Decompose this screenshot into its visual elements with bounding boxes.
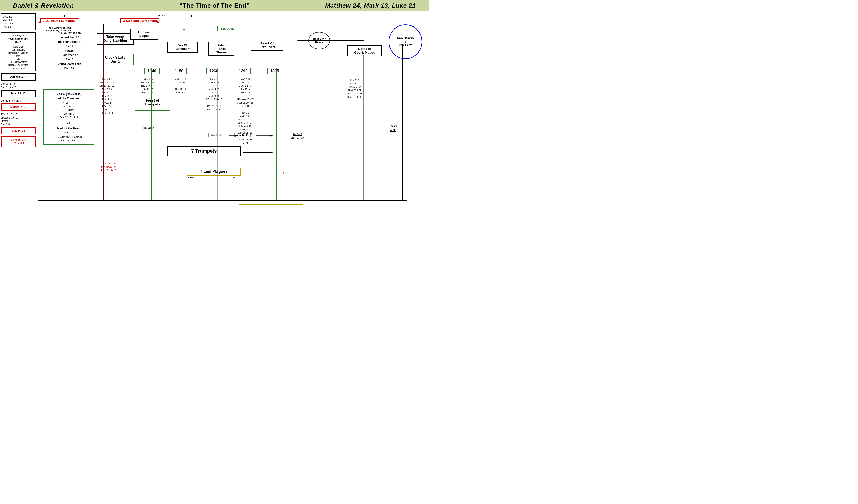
parallel-label: Parallel xyxy=(46,49,93,53)
col1-refs: Dan 9: 27 Dan 8: 11 - 12 Dan 11: 30 - 32… xyxy=(99,78,114,115)
dan712-box: Dan 7: 12 xyxy=(208,133,223,137)
page-header: Daniel & Revelation “The Time of The End… xyxy=(0,0,429,11)
dan725-label: Dan 7:25 xyxy=(46,131,92,134)
satan-throne-box: Satan Takes Throne xyxy=(208,42,235,56)
judgment-begins-box: Judgment Begins xyxy=(130,29,158,39)
sidebar-matt-label: Matt 24: 4 - 6 xyxy=(11,105,26,109)
loosed-label: Loosed Rev. 7:1 xyxy=(46,35,93,39)
sidebar-dan11: Dan 11: 1 - 3 Dan 11: 4 - 22 xyxy=(1,82,36,89)
svg-marker-32 xyxy=(361,40,364,42)
sidebar-deut-refs: Deut. 8:3 Matt. 4:4 Dan. 12:4 Rev. 1:3 xyxy=(1,14,36,30)
svg-marker-30 xyxy=(297,40,300,42)
new-heaven-earth-circle: New Heaven & New Earth xyxy=(388,24,422,59)
col5-refs: Dan 12: 12 Dan 12: 13 Dan 12: 1 - 3 Rev … xyxy=(237,78,254,145)
sidebar-war-title: War begins xyxy=(3,34,34,37)
dan88-label: Dan. 8:8 xyxy=(46,66,93,70)
svg-marker-40 xyxy=(283,172,286,174)
main-content: Deut. 8:3 Matt. 4:4 Dan. 12:4 Rev. 1:3 W… xyxy=(0,11,429,246)
col3-refs: Dan 8: 13 - 14 Dan 8: 26 Rev 17: 16 Rev … xyxy=(174,78,187,94)
beast-quote: “He shall think to change times and laws… xyxy=(46,135,92,142)
us-falls-label: United States Falls xyxy=(46,62,93,66)
sidebar-time-end: “The time of the End” xyxy=(3,37,34,45)
col4-refs: Dan 7: 11 Dan 7: 26 Matt 24: 15 Dan 12: … xyxy=(206,78,222,111)
seven-last-plagues-box: 7 Last Plagues xyxy=(187,167,241,176)
psalm91-label: Psalm 91 xyxy=(187,176,197,179)
svg-marker-27 xyxy=(182,29,185,31)
dan7-label: Dan. 7 xyxy=(46,44,93,48)
svg-marker-11 xyxy=(300,204,303,205)
god-signs-section: God Signs (Marks) of His Covenant Ex. 13… xyxy=(44,90,94,145)
seven-years-label: 7 years xyxy=(96,14,226,17)
rev16-label: Rev 16 xyxy=(228,176,236,179)
page-wrapper: Daniel & Revelation “The Time of The End… xyxy=(0,0,429,246)
sidebar-matt-24-13: Matt 24: 13 xyxy=(1,127,36,134)
col7-refs: Rev 20: 5 Rev 20: 7 Rev 20: 8 - 10 Ezek … xyxy=(347,79,362,99)
sidebar-deut-text: Deut. 8:3 Matt. 4:4 Dan. 12:4 Rev. 1:3 xyxy=(3,15,13,28)
feast-trumpets-box: Feast of Trumpets xyxy=(134,94,171,111)
second-half-box: 3 1/2 Years (42 months) xyxy=(121,18,159,23)
svg-marker-38 xyxy=(270,151,273,153)
header-left: Daniel & Revelation xyxy=(13,2,74,9)
mark-beast-label: Mark of the Beast xyxy=(46,126,92,131)
milestone-1140: 1140 xyxy=(144,68,160,75)
sidebar-misc: 2Tim 3: 16 - 17 2Peter 1: 19 - 21 2Peter… xyxy=(1,113,36,126)
four-winds-label: The Four Winds are xyxy=(46,31,93,35)
milestone-1150: 1150 xyxy=(172,68,187,75)
rev6-label: Rev. 6 xyxy=(46,57,93,62)
god-signs-title: God Signs (Marks) of His Covenant xyxy=(46,92,92,100)
col2-refs: 1Peter 4: 17 Dan 7: 9 - 10 Rev 14: 6 - 7… xyxy=(141,78,154,94)
days-185-box: 185 Days xyxy=(217,26,237,31)
sidebar-war-refs: Matt. 24:6 Dan. 8 Begins Ram (Islam) Lea… xyxy=(3,45,34,70)
sidebar-matt13-label: Matt 24: 13 xyxy=(12,129,25,132)
milestone-1260: 1260 xyxy=(206,68,221,75)
header-center: “The Time of The End” xyxy=(179,2,250,9)
col1-red-refs: Dan 7: 23 - 26 Dan 11: 36 - 37 Rev 13: 1… xyxy=(100,161,117,173)
sidebar-dan-label: Daniel 8: 1 - 7 xyxy=(10,75,27,78)
seven-trumpets-box: 7 Trumpets xyxy=(167,146,241,156)
sidebar-thess-label: 2 Thess. 2:3 1 Tim. 4:1 xyxy=(11,138,26,145)
vs-label: VS. xyxy=(46,120,92,125)
take-away-daily-box: Take Away Daily Sacrifice xyxy=(97,33,133,45)
sidebar-thess-tim: 2 Thess. 2:3 1 Tim. 4:1 xyxy=(1,136,36,147)
sidebar-daniel-8-1-7: Daniel 8: 1 - 7 xyxy=(1,73,36,81)
sidebar-matt-24-4-6: Matt 24: 4 - 6 xyxy=(1,103,36,111)
col8-refs: Rev 21 & 22 xyxy=(388,124,397,132)
left-sidebar: Deut. 8:3 Matt. 4:4 Dan. 12:4 Rev. 1:3 W… xyxy=(1,14,36,149)
thousand-year-peace: 1000 Year Peace xyxy=(308,32,330,49)
svg-marker-36 xyxy=(270,135,273,136)
col2b-refs: Rev 11: 19 xyxy=(143,126,154,130)
sidebar-dan17-label: Daniel 8: 17 xyxy=(11,92,26,95)
battle-gog-magog-box: Battle of Gog & Magog xyxy=(347,45,382,56)
clock-starts-box: Clock Starts Day 1 xyxy=(97,54,133,65)
sidebar-war-begins: War begins “The time of the End” Matt. 2… xyxy=(1,32,36,71)
four-beasts-label: The Four Beasts of xyxy=(46,40,93,44)
day-atonement-box: Day Of Atonement xyxy=(167,42,197,52)
milestone-1335: 1335 xyxy=(267,68,282,75)
col6-refs: Rev 20: 4 Jer 4: 23 - 29 xyxy=(291,133,304,140)
sidebar-daniel-8-17: Daniel 8: 17 xyxy=(1,90,36,97)
feast-first-fruits-box: Feast Of First Fruits xyxy=(251,39,283,51)
first-half-box: 3 1/2 Years (42 months) xyxy=(40,18,79,23)
horsemen-label: Horsemen of xyxy=(46,53,93,57)
winds-section: The Four Winds are Loosed Rev. 7:1 The F… xyxy=(46,31,93,71)
god-signs-refs: Ex. 13:7-10, 16 Deut. 6:1-8 Ez. 20:20 Ma… xyxy=(46,101,92,119)
milestone-1290: 1290 xyxy=(236,68,251,75)
sidebar-dan8-rev: Dan 8: 8 Rev 13: 3 xyxy=(1,99,36,102)
header-right: Matthew 24, Mark 13, Luke 21 xyxy=(325,2,416,9)
